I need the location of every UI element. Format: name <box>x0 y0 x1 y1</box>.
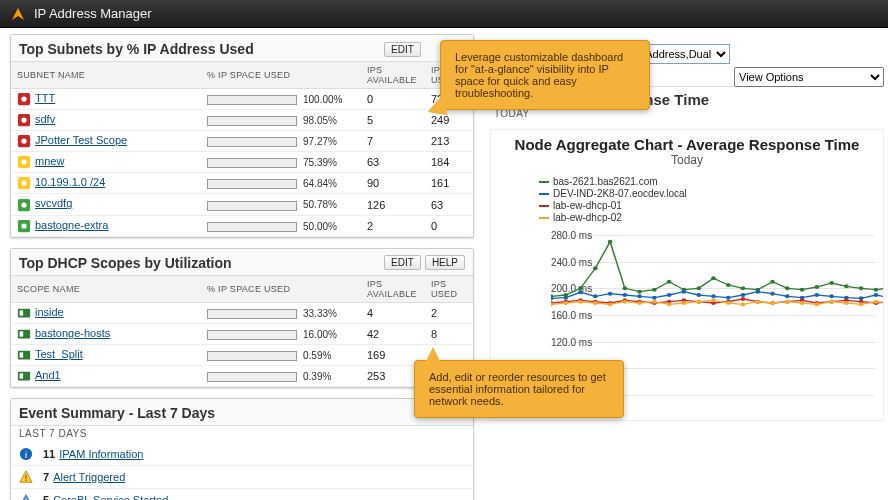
svg-point-53 <box>844 284 849 288</box>
table-row[interactable]: bastonge-hosts16.00%428 <box>11 323 473 344</box>
event-label[interactable]: IPAM Information <box>59 448 143 460</box>
subnet-icon <box>17 198 31 212</box>
table-row[interactable]: sdfv98.05%5249 <box>11 110 473 131</box>
usage-pct: 98.05% <box>303 115 337 126</box>
title-bar: IP Address Manager <box>0 0 888 28</box>
row-name[interactable]: JPotter Test Scope <box>35 134 127 146</box>
svg-point-51 <box>815 285 820 289</box>
svg-point-50 <box>800 288 805 292</box>
legend-item: lab-ew-dhcp-01 <box>539 200 879 211</box>
svg-point-10 <box>21 181 26 186</box>
app-logo-icon <box>10 6 26 22</box>
svg-text:!: ! <box>25 473 27 483</box>
svg-point-46 <box>741 286 746 290</box>
table-row[interactable]: bastogne-extra50.00%20 <box>11 215 473 236</box>
svg-rect-22 <box>20 373 24 378</box>
usage-pct: 0.39% <box>303 371 331 382</box>
ips-available: 2 <box>361 215 425 236</box>
row-name[interactable]: bastogne-extra <box>35 219 108 231</box>
svg-point-41 <box>667 280 672 284</box>
col-ips-avail: IPS AVAILABLE <box>361 276 425 303</box>
panel-events: Event Summary - Last 7 Days EDIT LAST 7 … <box>10 398 474 500</box>
table-row[interactable]: And10.39%2531 <box>11 365 473 386</box>
row-name[interactable]: TTT <box>35 92 55 104</box>
svg-point-119 <box>623 300 628 304</box>
legend-swatch <box>539 205 549 207</box>
event-label[interactable]: CoreBL Service Started <box>53 494 168 500</box>
help-button[interactable]: HELP <box>425 255 465 270</box>
svg-point-67 <box>652 296 657 300</box>
svg-point-70 <box>696 293 701 297</box>
ips-used: 161 <box>425 173 473 194</box>
edit-button[interactable]: EDIT <box>384 42 421 57</box>
scope-icon <box>17 369 31 383</box>
svg-point-2 <box>21 96 26 101</box>
svg-point-133 <box>829 300 834 304</box>
table-row[interactable]: JPotter Test Scope97.27%7213 <box>11 131 473 152</box>
event-row[interactable]: 5CoreBL Service Started <box>11 489 473 500</box>
usage-bar <box>207 372 297 382</box>
usage-pct: 64.84% <box>303 178 337 189</box>
usage-bar <box>207 116 297 126</box>
svg-point-74 <box>755 290 760 294</box>
svg-point-54 <box>859 286 864 290</box>
table-row[interactable]: 10.199.1.0 /2464.84%90161 <box>11 173 473 194</box>
svg-point-136 <box>874 300 879 304</box>
edit-button[interactable]: EDIT <box>384 255 421 270</box>
ips-used: 2 <box>425 302 473 323</box>
row-name[interactable]: And1 <box>35 369 61 381</box>
col-ips-used: IPS USED <box>425 276 473 303</box>
view-options-select[interactable]: View Options <box>734 67 884 87</box>
table-row[interactable]: TTT100.00%072 <box>11 89 473 110</box>
event-row[interactable]: !7Alert Triggered <box>11 466 473 489</box>
ips-available: 63 <box>361 152 425 173</box>
panel-title-subnets: Top Subnets by % IP Address Used <box>19 41 380 57</box>
svg-point-123 <box>682 301 687 305</box>
row-name[interactable]: svcvdfg <box>35 197 72 209</box>
ips-available: 0 <box>361 89 425 110</box>
col-pct-used: % IP SPACE USED <box>201 276 361 303</box>
row-name[interactable]: inside <box>35 306 64 318</box>
svg-point-8 <box>21 160 26 165</box>
svg-point-79 <box>829 294 834 298</box>
usage-pct: 75.39% <box>303 157 337 168</box>
svg-point-100 <box>741 297 746 301</box>
event-row[interactable]: i11IPAM Information <box>11 443 473 466</box>
svg-point-36 <box>593 266 598 270</box>
ips-available: 90 <box>361 173 425 194</box>
table-row[interactable]: Test_Split0.59%1691 <box>11 344 473 365</box>
svc-icon <box>19 493 33 500</box>
ips-used: 213 <box>425 131 473 152</box>
ips-available: 42 <box>361 323 425 344</box>
row-name[interactable]: Test_Split <box>35 348 83 360</box>
row-name[interactable]: mnew <box>35 155 64 167</box>
svg-point-40 <box>652 288 657 292</box>
legend-swatch <box>539 217 549 219</box>
row-name[interactable]: bastonge-hosts <box>35 327 110 339</box>
svg-point-4 <box>21 118 26 123</box>
row-name[interactable]: 10.199.1.0 /24 <box>35 176 105 188</box>
usage-bar <box>207 222 297 232</box>
svg-point-129 <box>770 301 775 305</box>
row-name[interactable]: sdfv <box>35 113 55 125</box>
legend-label: bas-2621.bas2621.com <box>553 176 658 187</box>
usage-bar <box>207 179 297 189</box>
table-row[interactable]: inside33.33%42 <box>11 302 473 323</box>
svg-point-115 <box>563 301 568 305</box>
table-row[interactable]: mnew75.39%63184 <box>11 152 473 173</box>
legend-label: lab-ew-dhcp-02 <box>553 212 622 223</box>
svg-rect-18 <box>20 331 24 336</box>
event-label[interactable]: Alert Triggered <box>53 471 125 483</box>
svg-point-73 <box>741 293 746 297</box>
legend-label: DEV-IND-2K8-07.eocdev.local <box>553 188 687 199</box>
legend-item: lab-ew-dhcp-02 <box>539 212 879 223</box>
usage-bar <box>207 158 297 168</box>
usage-bar <box>207 351 297 361</box>
panel-title-events: Event Summary - Last 7 Days <box>19 405 424 421</box>
svg-point-68 <box>667 293 672 297</box>
svg-point-44 <box>711 276 716 280</box>
subnet-icon <box>17 134 31 148</box>
scope-icon <box>17 348 31 362</box>
table-row[interactable]: svcvdfg50.78%12663 <box>11 194 473 215</box>
subnet-icon <box>17 219 31 233</box>
